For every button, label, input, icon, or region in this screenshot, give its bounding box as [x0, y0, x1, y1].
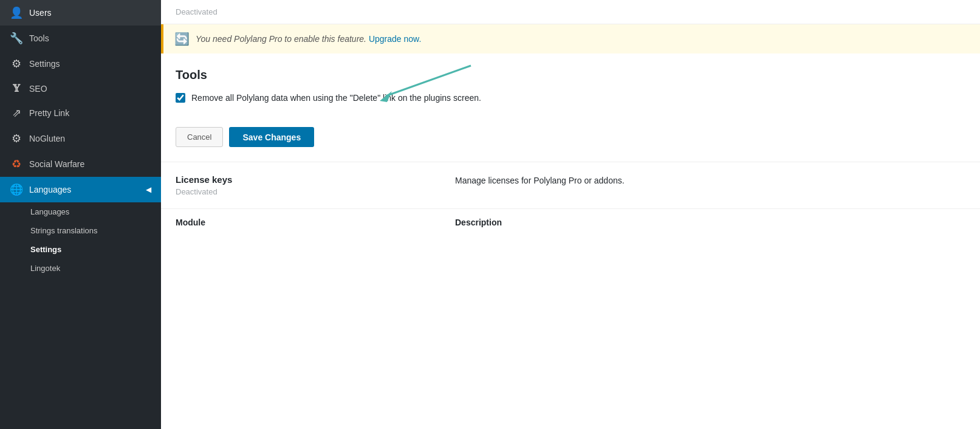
sidebar-item-languages[interactable]: 🌐 Languages ◀ [0, 177, 161, 202]
tools-icon: 🔧 [10, 32, 23, 45]
tools-section: Tools Remove all Polylang data when usin… [161, 53, 980, 162]
nogluten-icon: ⚙ [10, 132, 23, 145]
notice-text: You need Polylang Pro to enable this fea… [196, 34, 421, 44]
license-deactivated-label: Deactivated [176, 187, 431, 196]
sidebar: 👤 Users 🔧 Tools ⚙ Settings 𝕐 SEO ⇗ Prett… [0, 0, 161, 429]
seo-icon: 𝕐 [10, 83, 23, 94]
tools-section-title: Tools [176, 68, 965, 82]
upgrade-link[interactable]: Upgrade now. [369, 34, 421, 44]
sidebar-arrow-icon: ◀ [146, 185, 151, 194]
settings-icon: ⚙ [10, 57, 23, 70]
license-description: Manage licenses for Polylang Pro or addo… [455, 174, 625, 196]
sidebar-item-settings[interactable]: ⚙ Settings [0, 51, 161, 77]
module-table-header: Module Description [161, 209, 980, 236]
notice-banner: 🔄 You need Polylang Pro to enable this f… [161, 24, 980, 53]
users-icon: 👤 [10, 6, 23, 19]
sidebar-item-nogluten[interactable]: ⚙ NoGluten [0, 126, 161, 151]
sidebar-item-social-warfare[interactable]: ♻ Social Warfare [0, 151, 161, 177]
module-column-header: Module [176, 218, 431, 227]
main-content: Deactivated 🔄 You need Polylang Pro to e… [161, 0, 980, 429]
refresh-icon: 🔄 [174, 32, 190, 46]
sidebar-submenu-languages: Languages Strings translations Settings … [0, 202, 161, 278]
license-section: License keys Deactivated Manage licenses… [161, 162, 980, 209]
license-left: License keys Deactivated [176, 174, 431, 196]
sidebar-submenu-settings-item[interactable]: Settings [0, 240, 161, 259]
sidebar-item-tools[interactable]: 🔧 Tools [0, 26, 161, 51]
sidebar-item-pretty-link[interactable]: ⇗ Pretty Link [0, 100, 161, 126]
save-changes-button[interactable]: Save Changes [229, 127, 314, 147]
checkbox-row: Remove all Polylang data when using the … [176, 93, 965, 103]
sidebar-submenu-lingotek-item[interactable]: Lingotek [0, 259, 161, 278]
remove-data-label: Remove all Polylang data when using the … [191, 93, 481, 103]
license-keys-title: License keys [176, 174, 431, 185]
languages-icon: 🌐 [10, 183, 23, 196]
sidebar-submenu-languages-item[interactable]: Languages [0, 202, 161, 221]
top-deactivated-label: Deactivated [161, 0, 980, 24]
pretty-link-icon: ⇗ [10, 106, 23, 120]
sidebar-submenu-strings-item[interactable]: Strings translations [0, 221, 161, 240]
sidebar-item-users[interactable]: 👤 Users [0, 0, 161, 26]
sidebar-item-seo[interactable]: 𝕐 SEO [0, 77, 161, 100]
social-warfare-icon: ♻ [10, 157, 23, 171]
remove-data-checkbox[interactable] [176, 93, 185, 103]
arrow-annotation [349, 60, 483, 111]
content-area: Deactivated 🔄 You need Polylang Pro to e… [161, 0, 980, 429]
cancel-button[interactable]: Cancel [176, 127, 223, 147]
button-row: Cancel Save Changes [176, 117, 965, 162]
description-column-header: Description [455, 218, 502, 227]
